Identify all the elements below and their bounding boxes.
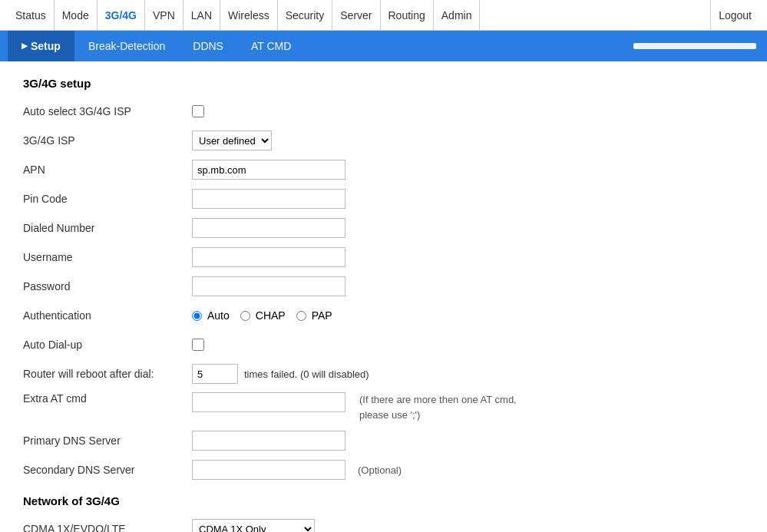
primary-dns-label: Primary DNS Server — [23, 435, 192, 447]
auto-select-checkbox[interactable] — [192, 105, 204, 117]
dialed-input[interactable] — [192, 218, 345, 238]
auth-auto-radio[interactable] — [192, 311, 202, 321]
pin-control — [192, 189, 345, 209]
extra-at-control: (If there are more then one AT cmd, plea… — [192, 392, 517, 422]
username-input[interactable] — [192, 247, 345, 267]
cdma-row: CDMA 1X/EVDO/LTE CDMA 1X Only EVDO Only … — [23, 518, 744, 532]
isp-control: User defined Auto Custom — [192, 131, 272, 150]
auto-select-row: Auto select 3G/4G ISP — [23, 101, 744, 122]
auto-dial-row: Auto Dial-up — [23, 334, 744, 355]
cdma-label: CDMA 1X/EVDO/LTE — [23, 523, 192, 532]
auth-chap-option: CHAP — [240, 309, 286, 322]
nav-security[interactable]: Security — [278, 0, 333, 31]
auth-auto-option: Auto — [192, 309, 230, 322]
dialed-control — [192, 218, 345, 238]
reboot-note: times failed. (0 will disabled) — [244, 368, 369, 380]
logout-link[interactable]: Logout — [710, 0, 759, 31]
secondary-dns-input[interactable] — [192, 460, 345, 480]
secondary-dns-label: Secondary DNS Server — [23, 464, 192, 476]
tab-bar: Setup Break-Detection DDNS AT CMD — [0, 31, 767, 61]
tab-ddns[interactable]: DDNS — [179, 31, 237, 61]
username-row: Username — [23, 246, 744, 268]
isp-row: 3G/4G ISP User defined Auto Custom — [23, 130, 744, 151]
nav-server[interactable]: Server — [332, 0, 380, 31]
pin-row: Pin Code — [23, 188, 744, 210]
nav-mode[interactable]: Mode — [55, 0, 98, 31]
reboot-row: Router will reboot after dial: times fai… — [23, 363, 744, 385]
network-section: Network of 3G/4G CDMA 1X/EVDO/LTE CDMA 1… — [23, 494, 744, 532]
username-label: Username — [23, 251, 192, 263]
reboot-label: Router will reboot after dial: — [23, 368, 192, 380]
auth-row: Authentication Auto CHAP PAP — [23, 305, 744, 326]
username-control — [192, 247, 345, 267]
nav-routing[interactable]: Routing — [381, 0, 434, 31]
cdma-control: CDMA 1X Only EVDO Only LTE Only Auto — [192, 519, 315, 532]
pin-input[interactable] — [192, 189, 345, 209]
isp-select[interactable]: User defined Auto Custom — [192, 131, 272, 150]
apn-row: APN — [23, 159, 744, 180]
extra-at-input[interactable] — [192, 392, 345, 412]
password-row: Password — [23, 276, 744, 297]
apn-control — [192, 160, 345, 180]
password-control — [192, 276, 345, 296]
tab-break-detection[interactable]: Break-Detection — [74, 31, 179, 61]
top-nav: Status Mode 3G/4G VPN LAN Wireless Secur… — [0, 0, 767, 31]
nav-vpn[interactable]: VPN — [145, 0, 183, 31]
nav-lan[interactable]: LAN — [183, 0, 220, 31]
auth-pap-option: PAP — [296, 309, 332, 322]
auth-chap-label: CHAP — [256, 309, 286, 322]
pin-label: Pin Code — [23, 193, 192, 205]
primary-dns-input[interactable] — [192, 431, 345, 451]
auth-pap-label: PAP — [312, 309, 332, 322]
cdma-select[interactable]: CDMA 1X Only EVDO Only LTE Only Auto — [192, 519, 315, 532]
isp-label: 3G/4G ISP — [23, 134, 192, 147]
auto-select-label: Auto select 3G/4G ISP — [23, 105, 192, 117]
secondary-dns-note: (Optional) — [358, 464, 402, 476]
auth-label: Authentication — [23, 309, 192, 322]
nav-wireless[interactable]: Wireless — [220, 0, 278, 31]
auth-pap-radio[interactable] — [296, 311, 306, 321]
primary-dns-row: Primary DNS Server — [23, 430, 744, 451]
tab-at-cmd[interactable]: AT CMD — [237, 31, 305, 61]
extra-at-note: (If there are more then one AT cmd, plea… — [359, 392, 517, 422]
dialed-label: Dialed Number — [23, 222, 192, 234]
secondary-dns-row: Secondary DNS Server (Optional) — [23, 459, 744, 481]
primary-dns-control — [192, 431, 345, 451]
password-label: Password — [23, 280, 192, 292]
apn-label: APN — [23, 164, 192, 176]
reboot-input[interactable] — [192, 364, 238, 384]
secondary-dns-control: (Optional) — [192, 460, 402, 480]
section-title-3g4g: 3G/4G setup — [23, 77, 744, 90]
nav-admin[interactable]: Admin — [434, 0, 481, 31]
nav-status[interactable]: Status — [8, 0, 55, 31]
nav-3g4g[interactable]: 3G/4G — [98, 0, 145, 31]
tab-setup[interactable]: Setup — [8, 31, 74, 61]
extra-at-row: Extra AT cmd (If there are more then one… — [23, 392, 744, 422]
auto-dial-label: Auto Dial-up — [23, 339, 192, 351]
auto-dial-checkbox[interactable] — [192, 339, 204, 351]
password-input[interactable] — [192, 276, 345, 296]
extra-at-label: Extra AT cmd — [23, 392, 192, 405]
auto-dial-control — [192, 339, 204, 351]
network-section-title: Network of 3G/4G — [23, 494, 744, 507]
apn-input[interactable] — [192, 160, 345, 180]
dialed-row: Dialed Number — [23, 217, 744, 239]
auth-control: Auto CHAP PAP — [192, 309, 332, 322]
auth-chap-radio[interactable] — [240, 311, 250, 321]
main-content: 3G/4G setup Auto select 3G/4G ISP 3G/4G … — [0, 61, 767, 532]
reboot-control: times failed. (0 will disabled) — [192, 364, 369, 384]
auto-select-control — [192, 105, 204, 117]
auth-auto-label: Auto — [207, 309, 230, 322]
